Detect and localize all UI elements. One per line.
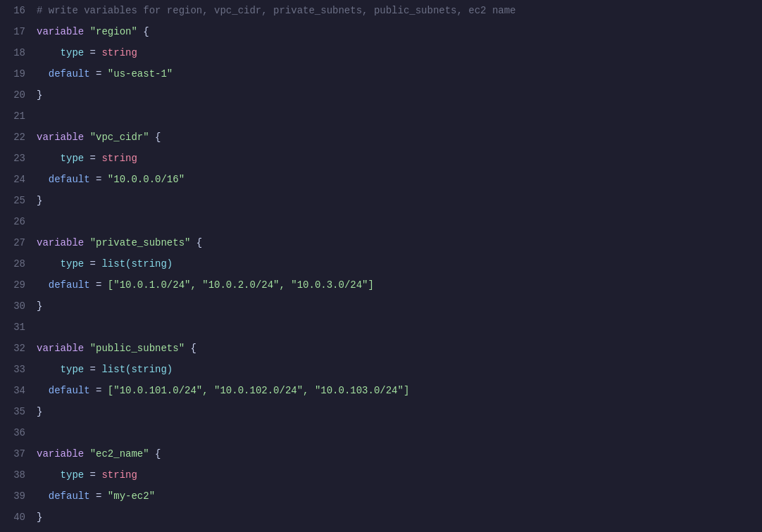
token-kw-default: default [49, 279, 90, 291]
token-kw-variable: variable [37, 26, 84, 37]
token-kw-brace: { [185, 343, 196, 354]
code-line: 26 [0, 211, 762, 232]
code-line: 36 [0, 422, 762, 443]
token-kw-brace [37, 490, 49, 502]
token-kw-comment: # write variables for region, vpc_cidr, … [37, 5, 516, 16]
token-kw-brace [37, 364, 61, 375]
line-content: type = list(string) [37, 253, 762, 274]
token-kw-equals: = [84, 469, 101, 481]
token-kw-default: default [49, 385, 90, 396]
line-content [37, 211, 762, 232]
code-line: 30} [0, 296, 762, 317]
token-kw-brace [37, 385, 49, 396]
code-line: 21 [0, 106, 762, 127]
token-kw-equals: = [84, 153, 101, 164]
code-line: 31 [0, 317, 762, 338]
line-content: default = ["10.0.101.0/24", "10.0.102.0/… [37, 380, 762, 401]
line-content: default = "us-east-1" [37, 63, 762, 84]
line-number: 21 [0, 106, 37, 127]
token-kw-type: type [61, 364, 85, 375]
line-content: } [37, 84, 762, 106]
token-kw-string-name: "region" [90, 26, 137, 37]
token-kw-brace [37, 47, 61, 58]
line-number: 25 [0, 190, 37, 211]
token-kw-type: type [61, 258, 85, 270]
line-number: 38 [0, 464, 37, 486]
token-kw-brace: { [149, 448, 161, 460]
token-kw-string-name: "vpc_cidr" [90, 132, 149, 143]
line-content: type = string [37, 148, 762, 169]
token-kw-brace [84, 132, 89, 143]
code-line: 25} [0, 190, 762, 211]
token-kw-array-val: "10.0.0.0/16" [108, 174, 185, 185]
token-kw-equals: = [84, 258, 101, 270]
code-line: 39 default = "my-ec2" [0, 486, 762, 507]
token-kw-equals: = [90, 174, 108, 185]
token-kw-type: type [61, 47, 85, 58]
code-line: 16# write variables for region, vpc_cidr… [0, 0, 762, 21]
line-number: 28 [0, 253, 37, 274]
line-number: 24 [0, 169, 37, 190]
line-number: 17 [0, 21, 37, 42]
line-number: 22 [0, 127, 37, 148]
code-line: 34 default = ["10.0.101.0/24", "10.0.102… [0, 380, 762, 401]
line-number: 40 [0, 507, 37, 528]
token-kw-brace [84, 26, 89, 37]
code-line: 37variable "ec2_name" { [0, 443, 762, 464]
token-kw-equals: = [90, 490, 108, 502]
line-number: 35 [0, 401, 37, 422]
code-line: 38 type = string [0, 464, 762, 486]
token-kw-array-val: "us-east-1" [108, 68, 173, 80]
token-kw-variable: variable [37, 448, 84, 460]
token-kw-brace: } [37, 512, 42, 523]
token-kw-array-val: ["10.0.1.0/24", "10.0.2.0/24", "10.0.3.0… [108, 279, 374, 291]
code-line: 19 default = "us-east-1" [0, 63, 762, 84]
line-number: 34 [0, 380, 37, 401]
line-number: 37 [0, 443, 37, 464]
token-kw-string-name: "private_subnets" [90, 237, 191, 248]
token-kw-array-val: ["10.0.101.0/24", "10.0.102.0/24", "10.0… [108, 385, 409, 396]
token-kw-variable: variable [37, 237, 84, 248]
token-kw-string-name: "ec2_name" [90, 448, 149, 460]
token-kw-equals: = [84, 47, 101, 58]
line-content [37, 422, 762, 443]
token-kw-list: list(string) [101, 258, 173, 270]
token-kw-string-name: "public_subnets" [90, 343, 185, 354]
line-content: variable "ec2_name" { [37, 443, 762, 464]
line-number: 26 [0, 211, 37, 232]
line-content: default = ["10.0.1.0/24", "10.0.2.0/24",… [37, 274, 762, 296]
line-content [37, 106, 762, 127]
code-line: 17variable "region" { [0, 21, 762, 42]
code-line: 29 default = ["10.0.1.0/24", "10.0.2.0/2… [0, 274, 762, 296]
token-kw-default: default [49, 68, 90, 80]
line-content: default = "my-ec2" [37, 486, 762, 507]
token-kw-brace: } [37, 195, 42, 206]
line-content: variable "private_subnets" { [37, 232, 762, 253]
token-kw-string-val: string [101, 153, 137, 164]
token-kw-array-val: "my-ec2" [108, 490, 155, 502]
token-kw-type: type [61, 153, 85, 164]
line-content: } [37, 296, 762, 317]
line-content: } [37, 401, 762, 422]
line-content: } [37, 190, 762, 211]
token-kw-equals: = [84, 364, 101, 375]
line-number: 20 [0, 84, 37, 106]
token-kw-brace: { [137, 26, 149, 37]
token-kw-brace [84, 343, 89, 354]
line-content [37, 317, 762, 338]
token-kw-brace: } [37, 406, 42, 417]
code-line: 27variable "private_subnets" { [0, 232, 762, 253]
token-kw-default: default [49, 174, 90, 185]
line-content: type = string [37, 42, 762, 63]
line-number: 27 [0, 232, 37, 253]
line-number: 33 [0, 359, 37, 380]
code-line: 24 default = "10.0.0.0/16" [0, 169, 762, 190]
line-number: 29 [0, 274, 37, 296]
token-kw-default: default [49, 490, 90, 502]
token-kw-brace [37, 68, 49, 80]
code-line: 33 type = list(string) [0, 359, 762, 380]
token-kw-brace [37, 174, 49, 185]
line-number: 36 [0, 422, 37, 443]
token-kw-brace [84, 237, 89, 248]
code-line: 22variable "vpc_cidr" { [0, 127, 762, 148]
